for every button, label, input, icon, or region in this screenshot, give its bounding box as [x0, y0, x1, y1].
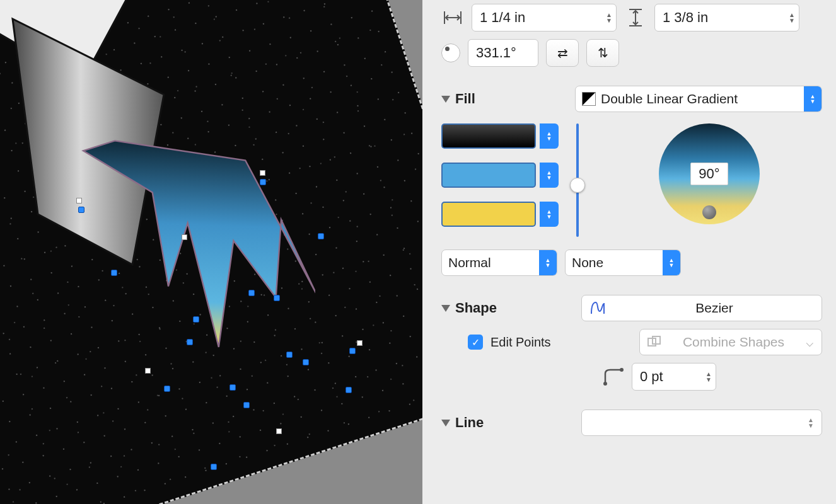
disclosure-triangle-icon[interactable]: [441, 305, 450, 312]
fill-effect-value: None: [572, 255, 663, 270]
line-style-combo[interactable]: ▲▼: [581, 410, 822, 436]
height-value: 1 3/8 in: [663, 9, 785, 26]
selection-handle[interactable]: [357, 340, 363, 346]
line-stepper[interactable]: ▲▼: [808, 417, 814, 428]
gradient-angle-value[interactable]: 90°: [690, 163, 728, 185]
combo-arrows-icon: ▲▼: [663, 250, 680, 275]
flip-vertical-button[interactable]: ⇅: [586, 39, 619, 67]
combine-icon: [647, 336, 661, 348]
gradient-angle-handle[interactable]: [702, 205, 716, 219]
inspector-panel: 1 1/4 in ▲▼ 1 3/8 in ▲▼ 331.1° ⇄ ⇅ Fill …: [422, 0, 836, 504]
color-picker-button[interactable]: ▲▼: [540, 123, 559, 149]
combo-arrows-icon: ▲▼: [804, 86, 821, 112]
blend-mode-combo[interactable]: Normal ▲▼: [441, 249, 557, 276]
fill-section-label: Fill: [455, 91, 475, 107]
width-value: 1 1/4 in: [480, 9, 602, 26]
corner-radius-value: 0 pt: [640, 369, 702, 385]
corner-radius-field[interactable]: 0 pt ▲▼: [632, 363, 716, 391]
shape-type-combo[interactable]: Bezier: [581, 295, 822, 321]
rotation-value: 331.1°: [476, 45, 534, 61]
rotation-indicator-icon[interactable]: [441, 43, 460, 62]
fill-type-combo[interactable]: Double Linear Gradient ▲▼: [575, 86, 822, 112]
corner-radius-stepper[interactable]: ▲▼: [705, 371, 712, 382]
selection-handle[interactable]: [145, 368, 151, 374]
fill-type-value: Double Linear Gradient: [601, 91, 804, 106]
bezier-icon: [589, 301, 606, 315]
gradient-color-3[interactable]: [441, 202, 536, 227]
combine-shapes-label: Combine Shapes: [670, 335, 797, 350]
color-picker-button[interactable]: ▲▼: [540, 163, 559, 188]
height-icon: [624, 6, 647, 29]
disclosure-triangle-icon[interactable]: [441, 96, 450, 103]
gradient-color-1[interactable]: [441, 123, 536, 149]
corner-radius-icon: [603, 367, 624, 386]
selection-handle[interactable]: [260, 170, 265, 176]
width-icon: [441, 6, 464, 29]
gradient-swatch-icon: [582, 92, 596, 106]
canvas[interactable]: [0, 0, 422, 504]
slider-knob[interactable]: [570, 178, 585, 193]
blend-mode-value: Normal: [448, 255, 539, 270]
width-stepper[interactable]: ▲▼: [606, 12, 612, 23]
edit-points-checkbox[interactable]: ✓: [468, 335, 483, 350]
rocket-drawing[interactable]: [0, 0, 315, 479]
width-field[interactable]: 1 1/4 in ▲▼: [472, 4, 617, 32]
combine-shapes-combo[interactable]: Combine Shapes ⌵: [639, 329, 822, 355]
combo-arrows-icon: ▲▼: [539, 250, 557, 275]
svg-point-2: [603, 382, 607, 386]
svg-point-3: [620, 368, 624, 372]
disclosure-triangle-icon[interactable]: [441, 420, 450, 427]
rocket-body: [13, 19, 164, 265]
fill-effect-combo[interactable]: None ▲▼: [565, 249, 681, 276]
line-section-label: Line: [455, 415, 484, 431]
gradient-color-2[interactable]: [441, 163, 536, 188]
selection-handle[interactable]: [76, 198, 82, 203]
height-field[interactable]: 1 3/8 in ▲▼: [654, 4, 799, 32]
edit-points-label: Edit Points: [491, 335, 551, 350]
gradient-angle-control[interactable]: 90°: [659, 123, 760, 224]
shape-type-value: Bezier: [615, 301, 814, 316]
rotation-field[interactable]: 331.1°: [468, 39, 538, 67]
selection-handle[interactable]: [276, 428, 282, 434]
flip-horizontal-button[interactable]: ⇄: [546, 39, 579, 67]
color-picker-button[interactable]: ▲▼: [540, 202, 559, 227]
height-stepper[interactable]: ▲▼: [789, 12, 795, 23]
gradient-midpoint-slider[interactable]: [576, 123, 579, 237]
shape-section-label: Shape: [455, 300, 497, 316]
selection-handle[interactable]: [182, 234, 187, 240]
